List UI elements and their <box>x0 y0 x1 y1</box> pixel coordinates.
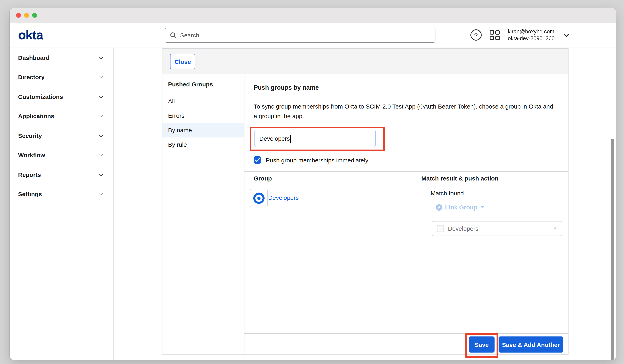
chevron-down-icon <box>99 133 103 137</box>
apps-grid-icon[interactable] <box>490 30 500 40</box>
sidebar-item-customizations[interactable]: Customizations <box>10 87 113 106</box>
search-input[interactable] <box>180 32 430 39</box>
chevron-down-icon <box>99 191 103 196</box>
window-titlebar <box>10 8 616 23</box>
save-add-another-button[interactable]: Save & Add Another <box>498 337 563 353</box>
push-groups-panel: Close Pushed Groups All Errors By name B… <box>162 48 569 355</box>
chevron-down-icon <box>554 228 557 230</box>
row-divider <box>244 239 568 239</box>
help-icon[interactable]: ? <box>470 29 482 41</box>
push-immediately-label: Push group memberships immediately <box>266 156 368 163</box>
target-group-value: Developers <box>448 225 550 232</box>
push-immediately-row: Push group memberships immediately <box>254 156 368 164</box>
chevron-down-icon <box>99 94 103 98</box>
save-button[interactable]: Save <box>469 337 494 353</box>
column-header-group: Group <box>244 175 421 182</box>
chevron-down-icon <box>481 206 484 208</box>
org-name: okta-dev-20901260 <box>508 35 555 42</box>
link-group-label: Link Group <box>445 204 477 211</box>
description-text: To sync group memberships from Okta to S… <box>254 102 554 121</box>
search-bar[interactable] <box>165 28 435 43</box>
group-name-input[interactable]: Developers <box>255 130 376 147</box>
footer-divider <box>244 333 568 334</box>
zoom-window-button[interactable] <box>32 13 37 18</box>
check-icon <box>255 158 260 162</box>
sidebar-item-applications[interactable]: Applications <box>10 106 113 126</box>
subnav-title: Pushed Groups <box>162 81 244 88</box>
target-group-select[interactable]: Developers <box>432 221 562 236</box>
group-link[interactable]: Developers <box>268 194 299 201</box>
chevron-down-icon <box>99 74 103 79</box>
user-email: kiran@boxyhq.com <box>508 28 555 35</box>
push-immediately-checkbox[interactable] <box>254 156 261 164</box>
desktop-background: okta ? kiran@boxyhq.com okta-dev-2090126… <box>0 0 624 364</box>
sidebar-item-settings[interactable]: Settings <box>10 184 113 204</box>
group-placeholder-icon <box>437 225 444 232</box>
table-header: Group Match result & push action <box>244 171 568 185</box>
match-result-text: Match found <box>431 190 464 197</box>
chevron-down-icon <box>99 152 103 157</box>
subnav-item-by-name[interactable]: By name <box>162 123 244 137</box>
sidebar-item-workflow[interactable]: Workflow <box>10 145 113 165</box>
browser-window: okta ? kiran@boxyhq.com okta-dev-2090126… <box>10 8 616 360</box>
close-button[interactable]: Close <box>170 54 195 69</box>
push-by-name-content: Push groups by name To sync group member… <box>244 74 568 354</box>
pushed-groups-subnav: Pushed Groups All Errors By name By rule <box>162 74 244 354</box>
group-icon <box>253 192 264 204</box>
okta-logo: okta <box>18 28 43 43</box>
link-icon <box>436 204 442 210</box>
chevron-down-icon <box>99 113 103 118</box>
page-title: Push groups by name <box>254 84 319 91</box>
group-avatar <box>250 189 268 207</box>
chevron-down-icon <box>99 55 103 59</box>
sidebar: Dashboard Directory Customizations Appli… <box>10 48 114 360</box>
sidebar-item-reports[interactable]: Reports <box>10 165 113 184</box>
group-name-value: Developers <box>259 135 290 142</box>
sidebar-item-security[interactable]: Security <box>10 126 113 145</box>
minimize-window-button[interactable] <box>24 13 29 18</box>
sidebar-item-dashboard[interactable]: Dashboard <box>10 48 113 67</box>
close-window-button[interactable] <box>16 13 21 18</box>
chevron-down-icon <box>99 172 103 176</box>
sidebar-item-directory[interactable]: Directory <box>10 67 113 87</box>
panel-toolbar: Close <box>162 49 568 74</box>
subnav-item-by-rule[interactable]: By rule <box>162 137 244 152</box>
subnav-item-errors[interactable]: Errors <box>162 108 244 123</box>
link-group-button[interactable]: Link Group <box>436 204 484 211</box>
column-header-match: Match result & push action <box>421 175 498 182</box>
help-glyph: ? <box>474 31 478 38</box>
search-icon <box>170 32 177 38</box>
user-menu[interactable]: kiran@boxyhq.com okta-dev-20901260 <box>508 28 555 42</box>
user-menu-chevron-icon[interactable] <box>564 32 569 37</box>
text-caret <box>290 134 291 142</box>
scrollbar[interactable] <box>611 139 614 360</box>
subnav-item-all[interactable]: All <box>162 94 244 108</box>
app-header: okta ? kiran@boxyhq.com okta-dev-2090126… <box>10 23 616 48</box>
